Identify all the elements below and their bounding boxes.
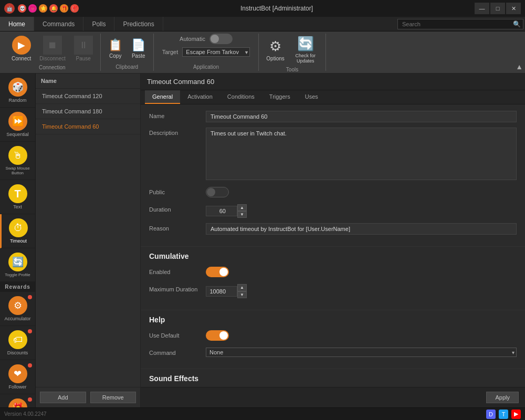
youtube-icon[interactable]: ▶ [511,410,521,419]
help-section-header: Help [141,310,525,327]
toggle-profile-icon: 🔄 [8,253,27,271]
command-item-2[interactable]: Timeout Command 60 [36,119,140,134]
clipboard-group: 📋 Copy 📄 Paste Clipboard [101,34,154,71]
sidebar-item-gifted-sub[interactable]: 🎁 Gifted Subscription [0,394,35,407]
paste-button[interactable]: 📄 Paste [128,36,149,61]
public-label: Public [149,187,202,195]
detail-footer: Apply [141,387,525,407]
detail-panel: Timeout Command 60 General Activation Co… [141,74,525,407]
search-icon: 🔍 [513,20,521,28]
discord-icon[interactable]: D [486,410,496,419]
duration-input[interactable] [206,206,237,216]
pause-button[interactable]: ⏸ Pause [71,34,96,64]
command-row: Command None [149,348,517,357]
target-label: Target [162,49,178,55]
target-select[interactable]: Escape From Tarkov [182,47,250,57]
command-select[interactable]: None [206,348,517,357]
duration-up[interactable]: ▲ [237,204,247,211]
command-item-1[interactable]: Timeout Command 180 [36,104,140,119]
clipboard-items: 📋 Copy 📄 Paste [105,34,149,63]
search-input[interactable] [397,19,523,29]
connection-group: ▶ Connect ⏹ Disconnect ⏸ Pause Connectio… [4,34,101,71]
minimize-button[interactable]: — [475,3,489,14]
use-default-toggle[interactable] [206,330,229,341]
sidebar-item-text[interactable]: T Text [0,180,35,214]
duration-control: ▲ ▼ [206,204,517,218]
sidebar-item-follower[interactable]: ❤ Follower [0,360,35,394]
apply-button[interactable]: Apply [486,392,519,403]
cumulative-enabled-toggle[interactable] [206,267,229,277]
application-group-label: Application [193,64,219,71]
tab-activation[interactable]: Activation [180,90,220,104]
tools-group: ⚙ Options 🔄 Check for Updates Tools [259,34,326,71]
title-bar: 🤖 💀 💗 ⭐ 🔔 🎁 🚩 InstructBot [Administrator… [0,0,525,17]
icon-gift: 🎁 [60,4,68,13]
paste-icon: 📄 [131,38,145,52]
paste-label: Paste [132,53,145,59]
command-control: None [206,348,517,357]
disconnect-label: Disconnect [39,56,65,61]
tab-uses[interactable]: Uses [298,90,326,104]
tab-triggers[interactable]: Triggers [262,90,298,104]
check-updates-button[interactable]: 🔄 Check for Updates [290,34,321,66]
tab-conditions[interactable]: Conditions [220,90,262,104]
window-title: InstructBot [Administrator] [79,5,475,12]
icon-flag: 🚩 [70,4,79,13]
public-toggle[interactable] [206,187,229,197]
sidebar-item-timeout[interactable]: ⏱ Timeout [0,214,35,248]
sidebar-label-accumulator: Accumulator [4,316,30,321]
tab-polls[interactable]: Polls [83,17,114,31]
reason-input[interactable] [206,223,517,235]
sidebar-item-discounts[interactable]: 🏷 Discounts [0,326,35,360]
sidebar-item-accumulator[interactable]: ⚙ Accumulator [0,292,35,326]
sidebar-item-sequential[interactable]: ⏩ Sequential [0,108,35,142]
command-item-0[interactable]: Timeout Command 120 [36,89,140,104]
tab-general[interactable]: General [145,90,180,104]
accumulator-badge [28,295,32,299]
add-button[interactable]: Add [40,392,86,403]
sequential-icon: ⏩ [8,112,27,131]
description-textarea[interactable]: Times out user in Twitch chat. [206,128,517,180]
copy-button[interactable]: 📋 Copy [105,36,126,61]
sidebar-item-random[interactable]: 🎲 Random [0,74,35,108]
tab-predictions[interactable]: Predictions [114,17,163,31]
clipboard-group-label: Clipboard [116,64,138,71]
remove-button[interactable]: Remove [90,392,136,403]
ribbon-collapse-button[interactable]: ▲ [516,62,523,71]
duration-down[interactable]: ▼ [237,211,247,218]
maximize-button[interactable]: □ [490,3,505,14]
max-duration-input[interactable] [206,286,237,297]
reason-control [206,223,517,235]
tools-items: ⚙ Options 🔄 Check for Updates [263,34,321,66]
random-icon: 🎲 [8,78,27,97]
sidebar-label-timeout: Timeout [10,238,27,244]
sound-effects-header: Sound Effects [141,369,525,386]
max-duration-up[interactable]: ▲ [237,284,247,291]
twitter-icon[interactable]: T [499,410,508,419]
accumulator-icon: ⚙ [8,296,27,315]
connection-group-label: Connection [39,65,66,71]
name-input[interactable] [206,111,517,122]
help-section: Use Default Command None [141,327,525,369]
public-control [206,187,517,199]
max-duration-down[interactable]: ▼ [237,291,247,298]
sidebar-item-toggle-profile[interactable]: 🔄 Toggle Profile [0,248,35,282]
tab-home[interactable]: Home [0,17,34,31]
main-layout: 🎲 Random ⏩ Sequential 🖱 Swap Mouse Butto… [0,74,525,407]
target-select-wrapper: Escape From Tarkov ▾ [182,47,250,57]
max-duration-spin: ▲ ▼ [237,284,247,298]
ribbon-toolbar: ▶ Connect ⏹ Disconnect ⏸ Pause Connectio… [0,32,525,74]
detail-scroll-area: Name Description Times out user in Twitc… [141,104,525,387]
max-duration-label: Maximum Duration [149,284,202,292]
description-control: Times out user in Twitch chat. [206,128,517,182]
tab-commands[interactable]: Commands [34,17,83,31]
connect-button[interactable]: ▶ Connect [8,34,34,64]
rewards-header: Rewards [0,282,35,292]
disconnect-icon: ⏹ [43,36,62,55]
disconnect-button[interactable]: ⏹ Disconnect [36,34,68,64]
sidebar-item-swap-mouse[interactable]: 🖱 Swap Mouse Button [0,142,35,180]
close-button[interactable]: ✕ [506,3,521,14]
options-button[interactable]: ⚙ Options [263,36,287,64]
follower-icon: ❤ [8,364,27,383]
automatic-toggle[interactable] [209,34,233,44]
